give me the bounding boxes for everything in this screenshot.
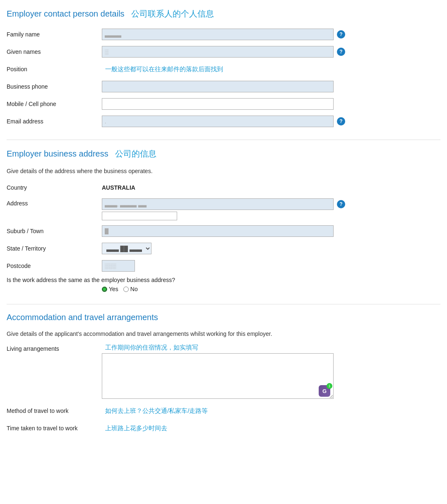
travel-time-row: Time taken to travel to work 上班路上花多少时间去	[7, 422, 440, 435]
given-names-help-icon[interactable]: ?	[337, 48, 345, 56]
address-line1-input[interactable]	[102, 198, 334, 210]
business-phone-field-wrapper	[102, 81, 440, 92]
suburb-input[interactable]	[102, 225, 334, 237]
section-divider-2	[7, 304, 440, 304]
no-option[interactable]: No	[123, 286, 138, 292]
section-divider-1	[7, 140, 440, 140]
accommodation-section: Accommodation and travel arrangements Gi…	[7, 313, 440, 435]
family-name-field-wrapper: ?	[102, 29, 440, 40]
address-section: Employer business address 公司的信息 Give det…	[7, 148, 440, 292]
email-field-wrapper: ?	[102, 116, 440, 127]
suburb-field-wrapper	[102, 225, 440, 237]
position-annotation: 一般这些都可以在往来邮件的落款后面找到	[105, 65, 223, 73]
yes-radio[interactable]	[102, 287, 107, 292]
travel-method-annotation: 如何去上班？公共交通/私家车/走路等	[105, 407, 208, 415]
travel-method-label: Method of travel to work	[7, 408, 102, 414]
work-address-question-row: Is the work address the same as the empl…	[7, 277, 440, 292]
email-help-icon[interactable]: ?	[337, 117, 345, 125]
country-label: Country	[7, 184, 102, 191]
family-name-row: Family name ?	[7, 28, 440, 41]
accommodation-section-title: Accommodation and travel arrangements	[7, 313, 440, 324]
suburb-row: Suburb / Town	[7, 224, 440, 238]
postcode-input[interactable]	[102, 260, 135, 272]
travel-method-field-wrapper: 如何去上班？公共交通/私家车/走路等	[102, 407, 440, 415]
grammarly-badge: 1	[327, 383, 332, 389]
business-phone-row: Business phone	[7, 80, 440, 93]
travel-time-label: Time taken to travel to work	[7, 425, 102, 432]
mobile-phone-field-wrapper	[102, 98, 440, 110]
grammarly-wrapper: G 1	[319, 385, 330, 397]
address-row: Address ?	[7, 198, 440, 220]
no-label: No	[130, 286, 138, 292]
address-help-icon[interactable]: ?	[337, 200, 345, 208]
contact-section: Employer contact person details 公司联系人的个人…	[7, 8, 440, 128]
travel-time-field-wrapper: 上班路上花多少时间去	[102, 424, 440, 432]
given-names-label: Given names	[7, 48, 102, 55]
given-names-input[interactable]	[102, 46, 334, 58]
postcode-label: Postcode	[7, 263, 102, 269]
postcode-row: Postcode	[7, 259, 440, 272]
email-row: Email address ?	[7, 115, 440, 128]
mobile-phone-row: Mobile / Cell phone	[7, 97, 440, 111]
travel-method-row: Method of travel to work 如何去上班？公共交通/私家车/…	[7, 404, 440, 417]
family-name-input[interactable]	[102, 29, 334, 40]
living-textarea-wrapper: G 1	[102, 353, 334, 400]
work-address-question: Is the work address the same as the empl…	[7, 277, 440, 283]
country-field-wrapper: AUSTRALIA	[102, 184, 440, 191]
accommodation-subtitle: Give details of the applicant's accommod…	[7, 330, 440, 337]
address-line2-input[interactable]	[102, 212, 177, 220]
email-label: Email address	[7, 118, 102, 125]
country-row: Country AUSTRALIA	[7, 181, 440, 194]
mobile-phone-label: Mobile / Cell phone	[7, 101, 102, 107]
living-textarea[interactable]	[102, 353, 334, 399]
contact-section-title: Employer contact person details 公司联系人的个人…	[7, 8, 440, 21]
family-name-label: Family name	[7, 31, 102, 38]
suburb-label: Suburb / Town	[7, 228, 102, 234]
mobile-phone-input[interactable]	[102, 98, 334, 110]
state-field-wrapper: ▃▃▃ ██ ▃▃▃	[102, 243, 440, 254]
address-subtitle: Give details of the address where the bu…	[7, 168, 440, 174]
state-row: State / Territory ▃▃▃ ██ ▃▃▃	[7, 242, 440, 255]
yes-label: Yes	[109, 286, 118, 292]
family-name-help-icon[interactable]: ?	[337, 30, 345, 39]
address-section-title: Employer business address 公司的信息	[7, 148, 440, 161]
living-field-wrapper: 工作期间你的住宿情况，如实填写 G 1	[102, 344, 440, 400]
position-field-wrapper: 一般这些都可以在往来邮件的落款后面找到	[102, 65, 440, 73]
given-names-field-wrapper: ?	[102, 46, 440, 58]
travel-time-annotation: 上班路上花多少时间去	[105, 424, 167, 432]
no-radio[interactable]	[123, 287, 129, 292]
position-label: Position	[7, 66, 102, 72]
state-select[interactable]: ▃▃▃ ██ ▃▃▃	[102, 243, 151, 254]
address-field-wrapper: ?	[102, 198, 440, 220]
business-phone-label: Business phone	[7, 83, 102, 90]
business-phone-input[interactable]	[102, 81, 334, 92]
living-annotation: 工作期间你的住宿情况，如实填写	[105, 344, 198, 352]
email-input[interactable]	[102, 116, 334, 127]
living-row: Living arrangements 工作期间你的住宿情况，如实填写 G 1	[7, 344, 440, 400]
yes-option[interactable]: Yes	[102, 286, 118, 292]
position-row: Position 一般这些都可以在往来邮件的落款后面找到	[7, 63, 440, 76]
country-value: AUSTRALIA	[102, 184, 135, 191]
state-label: State / Territory	[7, 245, 102, 252]
postcode-field-wrapper	[102, 260, 440, 272]
living-label: Living arrangements	[7, 344, 102, 352]
address-label: Address	[7, 198, 102, 207]
given-names-row: Given names ?	[7, 45, 440, 58]
work-address-radio-group: Yes No	[7, 286, 440, 292]
